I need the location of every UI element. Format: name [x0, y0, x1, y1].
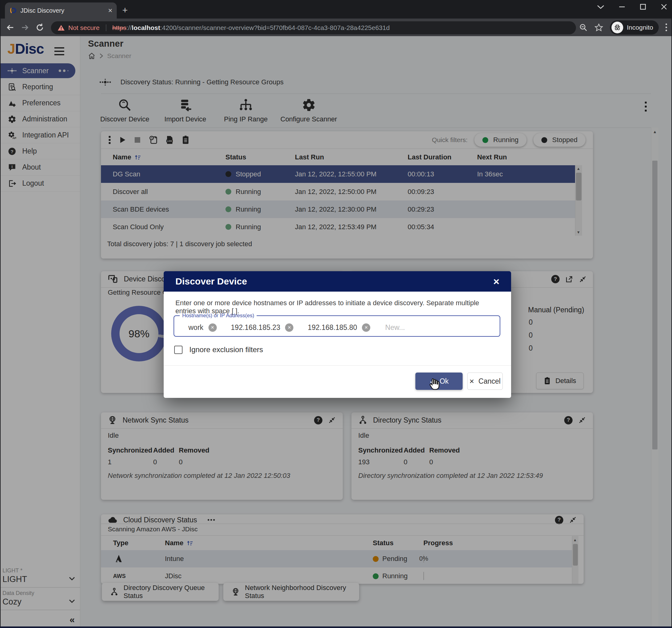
hostname-chip[interactable]: 192.168.185.80 ×: [308, 323, 370, 332]
incognito-label: Incognito: [627, 24, 653, 31]
bookmark-star-icon[interactable]: [595, 23, 603, 32]
ignore-filters-checkbox[interactable]: [174, 346, 183, 354]
tab-close-icon[interactable]: ×: [108, 6, 113, 15]
window-maximize-icon[interactable]: [639, 3, 647, 10]
url-divider: [106, 24, 106, 31]
favicon-jdisc: [9, 7, 17, 14]
ignore-filters-label: Ignore exclusion filters: [189, 345, 263, 354]
window-chevron-icon[interactable]: [597, 4, 605, 9]
browser-menu-icon[interactable]: [666, 23, 667, 31]
reload-icon[interactable]: [35, 23, 45, 32]
incognito-icon: [611, 22, 623, 33]
hostname-chip[interactable]: 192.168.185.23 ×: [231, 323, 294, 332]
window-minimize-icon[interactable]: [618, 3, 626, 10]
tab-title: JDisc Discovery: [20, 7, 104, 14]
remove-chip-icon[interactable]: ×: [209, 323, 217, 332]
hostnames-field[interactable]: Hostname(s) or IP Address(es) work × 192…: [173, 312, 500, 337]
forward-icon[interactable]: [20, 23, 30, 32]
x-icon: ×: [470, 376, 474, 386]
new-tab-button[interactable]: +: [122, 5, 128, 16]
not-secure-warning-icon[interactable]: [57, 24, 65, 31]
hostnames-field-label: Hostname(s) or IP Address(es): [180, 312, 257, 319]
url-bar[interactable]: Not secure https://localhost:4200/scanne…: [51, 21, 576, 34]
ignore-filters-row: Ignore exclusion filters: [174, 345, 263, 354]
remove-chip-icon[interactable]: ×: [362, 323, 370, 332]
dialog-header: Discover Device ×: [164, 271, 511, 292]
not-secure-label: Not secure: [68, 24, 100, 31]
tab-strip: JDisc Discovery × +: [0, 0, 672, 19]
window-close-icon[interactable]: [660, 3, 668, 10]
cancel-button[interactable]: × Cancel: [467, 373, 503, 390]
browser-tab[interactable]: JDisc Discovery ×: [5, 2, 117, 19]
url-text: https://localhost:4200/scanner/scanner-o…: [113, 24, 390, 31]
hostname-chips: work × 192.168.185.23 × 192.168.185.80 ×: [188, 323, 454, 332]
remove-chip-icon[interactable]: ×: [285, 323, 293, 332]
browser-chrome: JDisc Discovery × + Not secure https://l…: [0, 0, 672, 36]
new-hostname-input[interactable]: [384, 323, 454, 332]
close-icon[interactable]: ×: [493, 276, 499, 287]
hostname-chip[interactable]: work ×: [188, 323, 217, 332]
browser-toolbar: Not secure https://localhost:4200/scanne…: [0, 19, 672, 36]
zoom-icon[interactable]: [579, 23, 588, 32]
incognito-badge[interactable]: Incognito: [610, 20, 659, 34]
dialog-title: Discover Device: [175, 276, 493, 287]
back-icon[interactable]: [5, 23, 15, 32]
mouse-cursor: [428, 377, 441, 392]
discover-device-dialog: Discover Device × Enter one or more devi…: [164, 271, 511, 398]
